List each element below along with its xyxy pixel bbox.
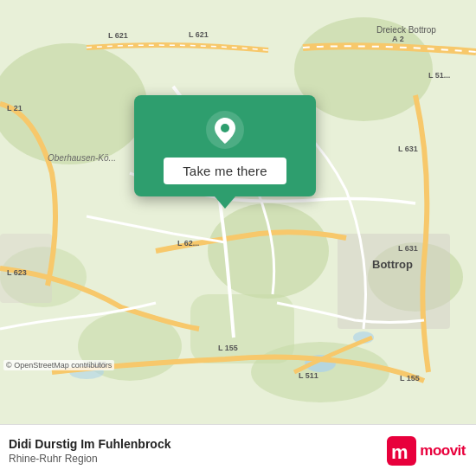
svg-rect-12 (338, 234, 450, 329)
svg-text:L 511: L 511 (299, 371, 318, 380)
moovit-logo: m moovit (387, 436, 466, 466)
map-container: L 621 L 621 L 21 A 2 L 51... L 631 L 631… (0, 0, 476, 424)
svg-text:L 51...: L 51... (428, 71, 450, 80)
svg-text:L 623: L 623 (7, 268, 27, 277)
svg-text:m: m (391, 441, 408, 463)
svg-text:L 155: L 155 (400, 374, 420, 383)
bottom-bar: Didi Durstig Im Fuhlenbrock Rhine-Ruhr R… (0, 424, 476, 476)
svg-text:L 631: L 631 (398, 244, 418, 253)
svg-text:Oberhausen-Kö...: Oberhausen-Kö... (48, 153, 116, 163)
osm-attribution: © OpenStreetMap contributors (3, 360, 114, 370)
place-name: Didi Durstig Im Fuhlenbrock (9, 437, 170, 451)
svg-text:L 21: L 21 (7, 104, 23, 113)
svg-rect-8 (190, 294, 294, 363)
take-me-there-button[interactable]: Take me there (164, 158, 286, 184)
svg-text:L 631: L 631 (398, 145, 418, 153)
svg-point-31 (221, 124, 229, 132)
place-info: Didi Durstig Im Fuhlenbrock Rhine-Ruhr R… (9, 437, 170, 465)
svg-text:L 62...: L 62... (177, 239, 199, 248)
place-region: Rhine-Ruhr Region (9, 453, 170, 465)
svg-text:L 621: L 621 (108, 31, 128, 40)
svg-text:L 621: L 621 (189, 30, 209, 39)
svg-text:Dreieck Bottrop: Dreieck Bottrop (376, 25, 436, 35)
moovit-brand-text: moovit (420, 442, 466, 460)
svg-text:L 155: L 155 (218, 344, 238, 352)
popup-card: Take me there (134, 95, 316, 196)
svg-text:A 2: A 2 (392, 35, 404, 43)
moovit-logo-icon: m (387, 436, 416, 466)
location-pin-icon (206, 111, 244, 149)
svg-text:Bottrop: Bottrop (372, 258, 413, 271)
